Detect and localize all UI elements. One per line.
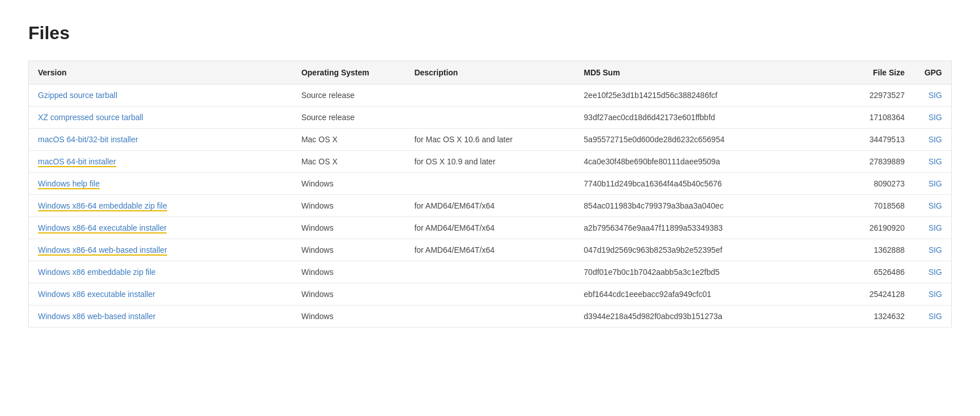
cell-description: for AMD64/EM64T/x64: [405, 239, 574, 261]
version-link[interactable]: Gzipped source tarball: [38, 91, 117, 100]
cell-os: Windows: [292, 283, 405, 305]
cell-filesize: 34479513: [838, 129, 914, 151]
cell-gpg: SIG: [914, 261, 952, 283]
cell-version: Windows x86 executable installer: [29, 283, 292, 305]
cell-md5: 5a95572715e0d600de28d6232c656954: [575, 129, 838, 151]
version-link[interactable]: Windows x86 web-based installer: [38, 312, 156, 321]
version-link[interactable]: Windows x86 executable installer: [38, 290, 155, 299]
sig-link[interactable]: SIG: [928, 223, 942, 232]
sig-link[interactable]: SIG: [928, 91, 942, 100]
table-row: Windows x86 executable installerWindowse…: [29, 283, 952, 305]
cell-os: Windows: [292, 173, 405, 195]
version-link[interactable]: macOS 64-bit/32-bit installer: [38, 135, 138, 145]
cell-filesize: 17108364: [838, 107, 914, 129]
table-row: Windows x86-64 embeddable zip fileWindow…: [29, 195, 952, 217]
col-header-filesize: File Size: [838, 61, 914, 84]
cell-os: Mac OS X: [292, 129, 405, 151]
cell-description: [405, 107, 574, 129]
cell-gpg: SIG: [914, 305, 952, 328]
version-link[interactable]: XZ compressed source tarball: [38, 113, 143, 122]
cell-gpg: SIG: [914, 151, 952, 173]
cell-os: Windows: [292, 261, 405, 283]
cell-version: Windows x86-64 embeddable zip file: [29, 195, 292, 217]
cell-filesize: 8090273: [838, 173, 914, 195]
cell-gpg: SIG: [914, 107, 952, 129]
cell-description: [405, 84, 574, 107]
table-row: Windows x86-64 executable installerWindo…: [29, 217, 952, 239]
table-row: Windows help fileWindows7740b11d249bca16…: [29, 173, 952, 195]
cell-md5: 93df27aec0cd18d6d42173e601ffbbfd: [575, 107, 838, 129]
cell-description: for AMD64/EM64T/x64: [405, 217, 574, 239]
version-link[interactable]: macOS 64-bit installer: [38, 157, 116, 167]
cell-filesize: 1362888: [838, 239, 914, 261]
cell-description: [405, 283, 574, 305]
sig-link[interactable]: SIG: [928, 268, 942, 277]
cell-filesize: 6526486: [838, 261, 914, 283]
cell-description: [405, 173, 574, 195]
cell-version: macOS 64-bit/32-bit installer: [29, 129, 292, 151]
sig-link[interactable]: SIG: [928, 245, 942, 254]
sig-link[interactable]: SIG: [928, 290, 942, 299]
cell-description: for OS X 10.9 and later: [405, 151, 574, 173]
table-row: Windows x86-64 web-based installerWindow…: [29, 239, 952, 261]
cell-version: Windows x86-64 web-based installer: [29, 239, 292, 261]
sig-link[interactable]: SIG: [928, 113, 942, 122]
cell-gpg: SIG: [914, 84, 952, 107]
table-row: Gzipped source tarballSource release2ee1…: [29, 84, 952, 107]
table-row: macOS 64-bit/32-bit installerMac OS Xfor…: [29, 129, 952, 151]
cell-gpg: SIG: [914, 173, 952, 195]
cell-md5: ebf1644cdc1eeebacc92afa949cfc01: [575, 283, 838, 305]
sig-link[interactable]: SIG: [928, 135, 942, 144]
cell-version: Windows x86-64 executable installer: [29, 217, 292, 239]
version-link[interactable]: Windows x86 embeddable zip file: [38, 268, 156, 277]
cell-description: for AMD64/EM64T/x64: [405, 195, 574, 217]
cell-md5: a2b79563476e9aa47f11899a53349383: [575, 217, 838, 239]
cell-version: Windows x86 web-based installer: [29, 305, 292, 328]
cell-version: macOS 64-bit installer: [29, 151, 292, 173]
table-row: macOS 64-bit installerMac OS Xfor OS X 1…: [29, 151, 952, 173]
table-row: Windows x86 web-based installerWindowsd3…: [29, 305, 952, 328]
cell-os: Source release: [292, 84, 405, 107]
cell-gpg: SIG: [914, 217, 952, 239]
cell-filesize: 25424128: [838, 283, 914, 305]
sig-link[interactable]: SIG: [928, 157, 942, 166]
cell-filesize: 1324632: [838, 305, 914, 328]
version-link[interactable]: Windows help file: [38, 179, 100, 189]
cell-version: Windows help file: [29, 173, 292, 195]
cell-gpg: SIG: [914, 129, 952, 151]
cell-os: Mac OS X: [292, 151, 405, 173]
col-header-version: Version: [29, 61, 292, 84]
col-header-os: Operating System: [292, 61, 405, 84]
page-title: Files: [28, 23, 952, 44]
sig-link[interactable]: SIG: [928, 179, 942, 188]
cell-os: Windows: [292, 305, 405, 328]
version-link[interactable]: Windows x86-64 web-based installer: [38, 245, 167, 256]
table-row: XZ compressed source tarballSource relea…: [29, 107, 952, 129]
cell-description: [405, 305, 574, 328]
files-table: Version Operating System Description MD5…: [28, 61, 952, 328]
cell-md5: d3944e218a45d982f0abcd93b151273a: [575, 305, 838, 328]
table-row: Windows x86 embeddable zip fileWindows70…: [29, 261, 952, 283]
col-header-description: Description: [405, 61, 574, 84]
cell-md5: 854ac011983b4c799379a3baa3a040ec: [575, 195, 838, 217]
sig-link[interactable]: SIG: [928, 312, 942, 321]
cell-version: Gzipped source tarball: [29, 84, 292, 107]
version-link[interactable]: Windows x86-64 executable installer: [38, 223, 167, 234]
cell-md5: 7740b11d249bca16364f4a45b40c5676: [575, 173, 838, 195]
cell-md5: 2ee10f25e3d1b14215d56c3882486fcf: [575, 84, 838, 107]
cell-gpg: SIG: [914, 283, 952, 305]
col-header-md5: MD5 Sum: [575, 61, 838, 84]
cell-md5: 4ca0e30f48be690bfe80111daee9509a: [575, 151, 838, 173]
cell-md5: 70df01e7b0c1b7042aabb5a3c1e2fbd5: [575, 261, 838, 283]
cell-description: for Mac OS X 10.6 and later: [405, 129, 574, 151]
cell-os: Source release: [292, 107, 405, 129]
cell-filesize: 22973527: [838, 84, 914, 107]
cell-filesize: 26190920: [838, 217, 914, 239]
cell-gpg: SIG: [914, 239, 952, 261]
sig-link[interactable]: SIG: [928, 201, 942, 210]
cell-filesize: 7018568: [838, 195, 914, 217]
cell-version: Windows x86 embeddable zip file: [29, 261, 292, 283]
cell-filesize: 27839889: [838, 151, 914, 173]
version-link[interactable]: Windows x86-64 embeddable zip file: [38, 201, 167, 211]
cell-description: [405, 261, 574, 283]
